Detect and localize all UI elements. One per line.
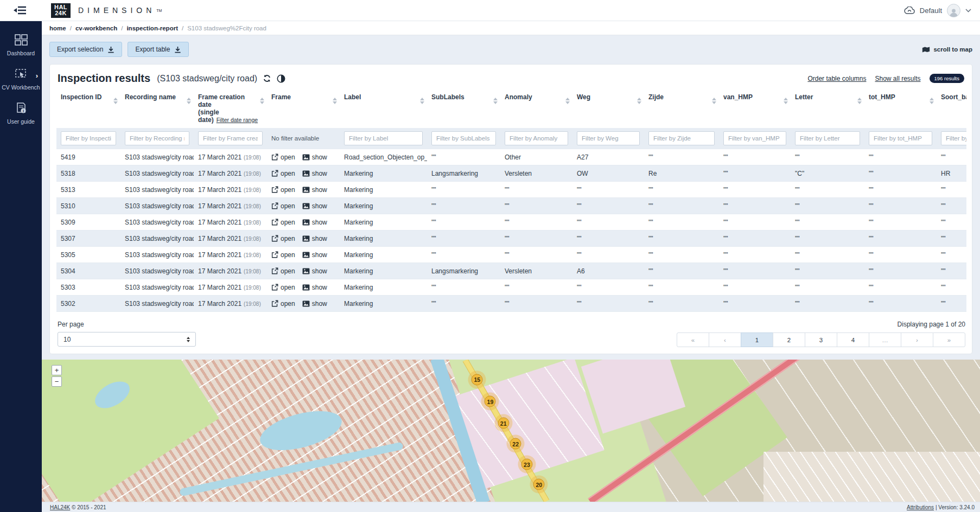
filter-input-anomaly[interactable] <box>505 131 568 145</box>
map-marker-20[interactable]: 20 <box>533 479 545 490</box>
show-frame-link[interactable]: show <box>302 202 327 210</box>
open-frame-link[interactable]: open <box>271 235 295 242</box>
sort-icon[interactable] <box>113 98 118 104</box>
map-marker-19[interactable]: 19 <box>485 396 496 407</box>
map-marker-22[interactable]: 22 <box>510 438 521 450</box>
show-frame-link[interactable]: show <box>302 235 327 242</box>
sort-icon[interactable] <box>187 98 191 104</box>
open-frame-link[interactable]: open <box>271 186 295 194</box>
filter-input-recording-name[interactable] <box>125 131 189 145</box>
image-icon <box>302 268 310 274</box>
toolbar: Export selection Export table <box>49 42 972 57</box>
filter-input-letter[interactable] <box>795 131 860 145</box>
app-root: HAL 24K DIMENSION TM Default DashboardCV… <box>0 0 980 512</box>
inspection-results-panel: Inspection results (S103 stadsweg/city r… <box>49 64 972 354</box>
map-zoom-out-button[interactable]: − <box>52 376 62 387</box>
sort-icon[interactable] <box>637 98 641 104</box>
filter-input-soort-baan[interactable] <box>941 131 966 145</box>
map-marker-23[interactable]: 23 <box>521 459 532 470</box>
scroll-to-map-link[interactable]: scroll to map <box>922 46 972 53</box>
filter-input-weg[interactable] <box>577 131 640 145</box>
sort-icon[interactable] <box>784 98 788 104</box>
sort-icon[interactable] <box>420 98 424 104</box>
filter-input-inspection-id[interactable] <box>61 131 116 145</box>
cell-label: Markering <box>340 231 427 247</box>
show-frame-link[interactable]: show <box>302 170 327 177</box>
pagination-area: Per page 10 Displaying page 1 of 20 «‹12… <box>56 321 966 347</box>
column-header-letter: Letter <box>791 90 864 128</box>
sort-icon[interactable] <box>857 98 862 104</box>
open-frame-link[interactable]: open <box>271 153 295 161</box>
chevron-down-icon[interactable] <box>965 9 971 12</box>
export-table-button[interactable]: Export table <box>128 42 189 57</box>
cell-label: Markering <box>340 279 427 296</box>
sort-icon[interactable] <box>712 98 716 104</box>
map-zoom-in-button[interactable]: + <box>52 365 62 375</box>
sidebar-item-dashboard[interactable]: Dashboard <box>0 29 42 63</box>
sort-icon[interactable] <box>565 98 570 104</box>
contrast-toggle-icon[interactable] <box>277 74 285 83</box>
show-frame-link[interactable]: show <box>302 300 327 308</box>
map-marker-21[interactable]: 21 <box>498 418 509 429</box>
cell-letter: "" <box>791 247 864 263</box>
page-button-4[interactable]: 4 <box>837 332 869 347</box>
show-frame-link[interactable]: show <box>302 284 327 291</box>
show-frame-link[interactable]: show <box>302 186 327 194</box>
open-frame-link[interactable]: open <box>271 251 295 259</box>
table-row: 5305S103 stadsweg/city road17 March 2021… <box>56 247 966 263</box>
page-button-3[interactable]: 3 <box>805 332 837 347</box>
sort-icon[interactable] <box>260 98 264 104</box>
breadcrumb-link[interactable]: cv-workbench <box>75 25 117 31</box>
filter-input-frame-creation-date[interactable] <box>198 131 263 145</box>
open-frame-link[interactable]: open <box>271 300 295 308</box>
open-frame-link[interactable]: open <box>271 219 295 226</box>
breadcrumb-link[interactable]: home <box>49 25 66 31</box>
show-all-results-link[interactable]: Show all results <box>875 75 920 82</box>
filter-input-zijde[interactable] <box>648 131 715 145</box>
show-frame-link[interactable]: show <box>302 219 327 226</box>
page-button-»[interactable]: » <box>933 332 965 347</box>
show-frame-link[interactable]: show <box>302 251 327 259</box>
sort-icon[interactable] <box>333 98 337 104</box>
cell-sublabels: "" <box>427 231 500 247</box>
open-frame-link[interactable]: open <box>271 267 295 275</box>
filter-date-range-link[interactable]: Filter date range <box>217 117 258 123</box>
external-link-icon <box>271 267 278 274</box>
export-selection-button[interactable]: Export selection <box>49 42 122 57</box>
sort-icon[interactable] <box>493 98 498 104</box>
refresh-icon[interactable] <box>263 74 271 82</box>
page-button-«[interactable]: « <box>677 332 709 347</box>
open-frame-link[interactable]: open <box>271 202 295 210</box>
sidebar-item-cv-workbench[interactable]: CV Workbench› <box>0 63 42 97</box>
show-frame-label: show <box>312 284 327 291</box>
show-frame-link[interactable]: show <box>302 267 327 275</box>
page-button-‹[interactable]: ‹ <box>709 332 741 347</box>
attributions-link[interactable]: Attributions <box>907 504 934 510</box>
show-frame-link[interactable]: show <box>302 153 327 161</box>
sort-icon[interactable] <box>930 98 934 104</box>
page-button-1[interactable]: 1 <box>741 332 773 347</box>
map[interactable]: + − 151921222320 <box>42 360 980 502</box>
per-page-select[interactable]: 10 <box>58 332 196 347</box>
column-header-label: van_HMP <box>723 93 781 101</box>
filter-input-tot-hmp[interactable] <box>869 131 932 145</box>
filter-input-van-hmp[interactable] <box>723 131 786 145</box>
page-button-2[interactable]: 2 <box>773 332 805 347</box>
show-frame-label: show <box>312 202 327 210</box>
filter-input-sublabels[interactable] <box>431 131 496 145</box>
filter-input-label[interactable] <box>344 131 423 145</box>
cell-soort-baan: "" <box>937 279 966 296</box>
open-frame-link[interactable]: open <box>271 284 295 291</box>
page-button-…[interactable]: … <box>869 332 901 347</box>
order-table-columns-link[interactable]: Order table columns <box>807 75 866 82</box>
page-button-›[interactable]: › <box>901 332 933 347</box>
hal24k-footer-link[interactable]: HAL24K <box>50 504 70 510</box>
sidebar-item-user-guide[interactable]: iUser guide <box>0 97 42 131</box>
avatar[interactable] <box>947 4 960 17</box>
sidebar-collapse-icon[interactable] <box>12 3 28 17</box>
open-frame-link[interactable]: open <box>271 170 295 177</box>
environment-label[interactable]: Default <box>920 7 942 15</box>
chevron-right-icon[interactable]: › <box>36 72 38 80</box>
breadcrumb-link[interactable]: inspection-report <box>126 25 178 31</box>
map-marker-15[interactable]: 15 <box>472 374 483 385</box>
